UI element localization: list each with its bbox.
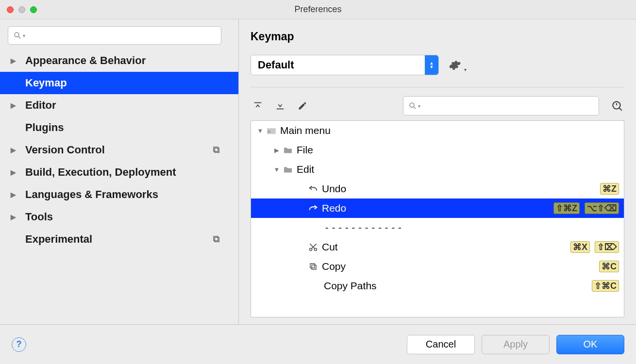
separator-label: ------------: [324, 222, 403, 233]
undo-icon: [307, 185, 319, 193]
find-by-shortcut-button[interactable]: [610, 99, 624, 113]
action-cut[interactable]: Cut ⌘X ⇧⌦: [251, 237, 624, 257]
sidebar-item-label: Languages & Frameworks: [25, 188, 158, 201]
sidebar-item-keymap[interactable]: Keymap: [0, 72, 238, 94]
button-label: Apply: [503, 339, 528, 350]
action-copy-paths[interactable]: Copy Paths ⇧⌘C: [251, 276, 624, 296]
sidebar-item-experimental[interactable]: Experimental: [0, 228, 238, 250]
cancel-button[interactable]: Cancel: [407, 335, 475, 354]
button-label: Cancel: [426, 339, 456, 350]
keymap-select[interactable]: Default ▲▼: [251, 55, 439, 75]
sidebar-item-label: Build, Execution, Deployment: [25, 166, 176, 179]
expand-arrow-icon: ▶: [271, 147, 282, 154]
shortcut-list: ⌘X ⇧⌦: [570, 241, 619, 253]
sidebar-item-editor[interactable]: ▶Editor: [0, 94, 238, 116]
chevron-down-icon: ▾: [418, 103, 420, 109]
tree-node-label: Edit: [297, 164, 314, 175]
search-icon: [408, 101, 417, 110]
dropdown-small-arrow-icon: ▾: [464, 67, 467, 72]
svg-rect-20: [310, 264, 315, 268]
sidebar-search[interactable]: ▾: [8, 26, 221, 45]
dropdown-stepper-icon: ▲▼: [425, 55, 438, 75]
tree-node-file[interactable]: ▶ File: [251, 140, 624, 160]
cut-icon: [307, 242, 319, 252]
svg-point-0: [15, 33, 19, 37]
tree-node-edit[interactable]: ▼ Edit: [251, 160, 624, 179]
svg-rect-2: [215, 148, 219, 152]
sidebar-item-build[interactable]: ▶Build, Execution, Deployment: [0, 161, 238, 183]
action-label: Copy Paths: [324, 280, 377, 292]
sidebar-item-version-control[interactable]: ▶Version Control: [0, 139, 238, 161]
edit-button[interactable]: [295, 99, 310, 113]
action-undo[interactable]: Undo ⌘Z: [251, 179, 624, 199]
keymap-tree: ▼ Main menu ▶ File ▼ Edit Undo ⌘Z: [251, 120, 624, 317]
expand-arrow-icon: ▶: [11, 57, 18, 65]
sidebar-item-tools[interactable]: ▶Tools: [0, 206, 238, 228]
svg-line-9: [414, 107, 416, 109]
page-title: Keymap: [251, 30, 624, 43]
help-button[interactable]: ?: [12, 337, 26, 352]
keymap-search-input[interactable]: [423, 101, 594, 111]
sidebar-item-label: Experimental: [25, 233, 92, 246]
expand-arrow-icon: ▶: [11, 213, 18, 221]
shortcut-list: ⇧⌘Z ⌥⇧⌫: [553, 202, 619, 214]
action-copy[interactable]: Copy ⌘C: [251, 257, 624, 276]
svg-line-1: [18, 36, 20, 38]
keymap-toolbar: ▾: [251, 96, 624, 116]
sidebar-item-label: Editor: [25, 99, 56, 112]
button-label: OK: [584, 339, 598, 350]
shortcut-badge: ⌥⇧⌫: [585, 202, 619, 214]
project-level-icon: [212, 146, 221, 154]
action-label: Copy: [322, 261, 346, 272]
svg-line-11: [619, 108, 621, 110]
sidebar-item-plugins[interactable]: Plugins: [0, 116, 238, 139]
svg-rect-19: [312, 265, 316, 269]
sidebar-item-label: Tools: [25, 211, 53, 223]
action-label: Cut: [322, 241, 338, 253]
svg-rect-13: [268, 131, 270, 132]
svg-rect-14: [268, 132, 270, 132]
close-window-button[interactable]: [7, 6, 14, 13]
ok-button[interactable]: OK: [556, 335, 624, 354]
sidebar-item-languages[interactable]: ▶Languages & Frameworks: [0, 183, 238, 206]
project-level-icon: [212, 235, 221, 244]
expand-arrow-icon: ▶: [11, 191, 18, 199]
shortcut-badge: ⌘C: [599, 261, 619, 272]
shortcut-list: ⌘C: [599, 261, 619, 272]
divider: [251, 87, 624, 87]
expand-arrow-icon: ▼: [271, 166, 282, 173]
window-title: Preferences: [0, 4, 636, 15]
expand-all-button[interactable]: [251, 99, 265, 113]
minimize-window-button[interactable]: [18, 6, 25, 13]
titlebar: Preferences: [0, 0, 636, 19]
copy-icon: [307, 262, 319, 271]
svg-point-8: [410, 103, 414, 107]
window-controls: [0, 6, 37, 13]
settings-tree: ▶Appearance & Behavior Keymap ▶Editor Pl…: [0, 50, 238, 324]
chevron-down-icon: ▾: [23, 33, 25, 38]
search-icon: [13, 31, 22, 40]
action-separator: ------------: [251, 218, 624, 237]
shortcut-badge: ⌘X: [570, 241, 590, 253]
keymap-search[interactable]: ▾: [403, 96, 599, 116]
dialog-footer: ? Cancel Apply OK: [0, 324, 636, 364]
zoom-window-button[interactable]: [30, 6, 37, 13]
expand-arrow-icon: ▶: [11, 168, 18, 176]
shortcut-badge: ⇧⌦: [595, 241, 619, 253]
tree-node-label: File: [297, 144, 313, 156]
apply-button[interactable]: Apply: [482, 335, 550, 354]
sidebar-search-input[interactable]: [28, 31, 216, 40]
tree-node-main-menu[interactable]: ▼ Main menu: [251, 121, 624, 140]
sidebar-item-appearance[interactable]: ▶Appearance & Behavior: [0, 50, 238, 72]
collapse-all-button[interactable]: [273, 99, 287, 113]
gear-icon[interactable]: [449, 59, 461, 71]
svg-rect-5: [214, 236, 218, 241]
folder-icon: [282, 146, 294, 154]
expand-arrow-icon: ▼: [255, 127, 266, 134]
shortcut-list: ⌘Z: [600, 183, 619, 195]
keymap-select-value: Default: [258, 59, 294, 71]
sidebar-item-label: Appearance & Behavior: [25, 54, 146, 67]
shortcut-list: ⇧⌘C: [592, 280, 619, 292]
action-redo[interactable]: Redo ⇧⌘Z ⌥⇧⌫: [251, 199, 624, 218]
shortcut-badge: ⇧⌘C: [592, 280, 619, 292]
